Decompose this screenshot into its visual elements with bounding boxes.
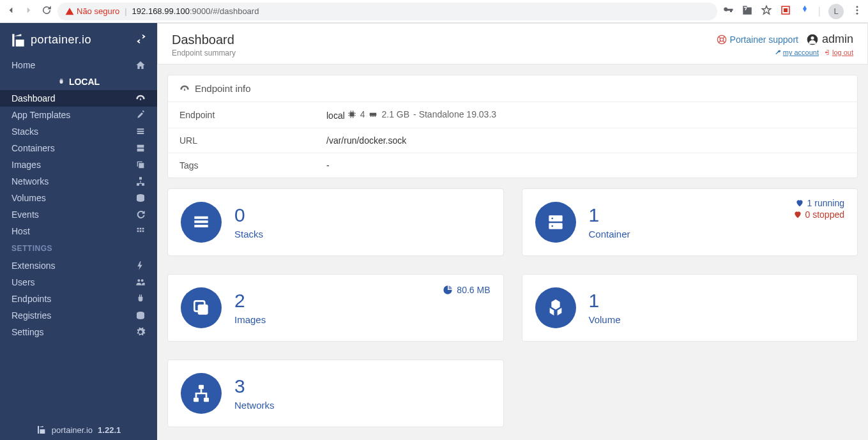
reload-icon[interactable] (41, 4, 52, 19)
svg-point-11 (551, 218, 553, 220)
heartbeat-icon (795, 199, 804, 208)
panel-title: Endpoint info (195, 83, 251, 94)
sidebar-item-host[interactable]: Host (0, 223, 157, 239)
sidebar-item-registries[interactable]: Registries (0, 307, 157, 324)
volumes-label: Volume (589, 314, 621, 325)
svg-point-6 (811, 36, 814, 40)
clone-icon (135, 160, 146, 170)
sidebar-item-endpoints[interactable]: Endpoints (0, 291, 157, 307)
gauge-icon (179, 84, 190, 94)
endpoint-label: Endpoint (168, 102, 315, 128)
pie-icon (443, 285, 453, 295)
images-label: Images (234, 314, 266, 325)
logout-link[interactable]: log out (824, 49, 853, 56)
images-count: 2 (234, 291, 266, 310)
endpoint-value: local 4 2.1 GB - Standalone 19.03.3 (315, 102, 857, 128)
svg-point-4 (720, 38, 723, 41)
sidebar-item-networks[interactable]: Networks (0, 173, 157, 190)
profile-avatar[interactable]: L (828, 4, 844, 19)
sidebar-item-home[interactable]: Home (0, 57, 157, 73)
wrench-icon (775, 49, 781, 56)
url-label: URL (168, 128, 315, 153)
svg-rect-10 (549, 223, 562, 229)
extension-icon[interactable] (799, 4, 811, 19)
networks-label: Networks (234, 400, 275, 411)
server-icon (135, 143, 146, 153)
tags-label: Tags (168, 153, 315, 178)
sidebar-item-images[interactable]: Images (0, 156, 157, 173)
svg-point-0 (857, 6, 858, 8)
url-path: :9000/#/dashboard (190, 6, 259, 16)
insecure-warning: Não seguro (65, 6, 119, 16)
container-status: 1 running 0 stopped (793, 198, 845, 220)
user-label: admin (806, 33, 853, 46)
list-icon (135, 126, 146, 137)
logo[interactable]: portainer.io (10, 32, 91, 49)
plug-icon (57, 78, 65, 86)
support-link[interactable]: Portainer support (717, 34, 798, 45)
svg-rect-8 (370, 113, 377, 116)
shield-icon[interactable] (780, 4, 791, 19)
memory-icon (369, 110, 377, 119)
url-bar[interactable]: Não seguro | 192.168.99.100:9000/#/dashb… (57, 3, 717, 20)
brand-name: portainer.io (31, 33, 91, 47)
gauge-icon (135, 93, 146, 103)
sidebar-item-dashboard[interactable]: Dashboard (0, 90, 157, 107)
images-size: 80.6 MB (443, 285, 490, 295)
swap-icon[interactable] (135, 33, 147, 47)
sidebar-item-settings[interactable]: Settings (0, 324, 157, 340)
key-icon[interactable] (722, 4, 734, 19)
th-icon (135, 226, 146, 236)
sidebar-item-containers[interactable]: Containers (0, 140, 157, 156)
cpu-icon (347, 110, 356, 119)
containers-label: Container (589, 229, 630, 239)
containers-count: 1 (589, 206, 630, 225)
url-host: 192.168.99.100 (132, 6, 190, 16)
life-ring-icon (717, 34, 727, 45)
sidebar-item-events[interactable]: Events (0, 206, 157, 223)
svg-rect-13 (198, 305, 208, 315)
sidebar-local-header: LOCAL (0, 73, 157, 90)
translate-icon[interactable] (742, 4, 753, 19)
tile-networks[interactable]: 3 Networks (167, 360, 504, 427)
tile-stacks[interactable]: 0 Stacks (167, 188, 504, 256)
sidebar-item-stacks[interactable]: Stacks (0, 123, 157, 140)
menu-dots-icon[interactable] (851, 4, 863, 19)
sidebar-item-extensions[interactable]: Extensions (0, 257, 157, 274)
forward-icon[interactable] (23, 4, 34, 19)
version-label: 1.22.1 (98, 425, 121, 435)
sidebar-item-users[interactable]: Users (0, 274, 157, 291)
cogs-icon (135, 327, 146, 337)
server-icon (545, 212, 566, 232)
star-icon[interactable] (761, 4, 772, 19)
sidebar-item-templates[interactable]: App Templates (0, 107, 157, 123)
sidebar-footer: portainer.io 1.22.1 (0, 425, 157, 435)
sitemap-icon (191, 383, 211, 404)
svg-point-1 (857, 9, 858, 11)
sitemap-icon (135, 176, 146, 186)
endpoint-info-panel: Endpoint info Endpoint local 4 2.1 GB - … (167, 75, 858, 178)
sidebar-settings-header: SETTINGS (0, 239, 157, 257)
sidebar-item-volumes[interactable]: Volumes (0, 190, 157, 206)
stacks-count: 0 (234, 206, 263, 225)
svg-rect-7 (349, 112, 354, 117)
svg-point-2 (857, 12, 858, 14)
history-icon (135, 209, 146, 220)
back-icon[interactable] (5, 4, 17, 19)
sidebar: portainer.io Home LOCAL Dashboard App Te… (0, 23, 157, 440)
tile-containers[interactable]: 1 Container 1 running 0 stopped (522, 188, 858, 256)
svg-point-12 (551, 225, 553, 227)
list-icon (191, 212, 211, 232)
svg-rect-16 (194, 398, 199, 402)
database-icon (135, 310, 146, 321)
svg-rect-17 (204, 398, 209, 402)
main-content: Dashboard Endpoint summary Portainer sup… (157, 23, 868, 440)
logout-icon (824, 49, 830, 56)
my-account-link[interactable]: my account (775, 49, 819, 56)
user-circle-icon (806, 33, 819, 46)
tile-volumes[interactable]: 1 Volume (522, 274, 858, 342)
crane-icon (10, 32, 27, 49)
networks-count: 3 (234, 377, 275, 396)
hdd-icon (135, 193, 146, 203)
tile-images[interactable]: 2 Images 80.6 MB (167, 274, 504, 342)
